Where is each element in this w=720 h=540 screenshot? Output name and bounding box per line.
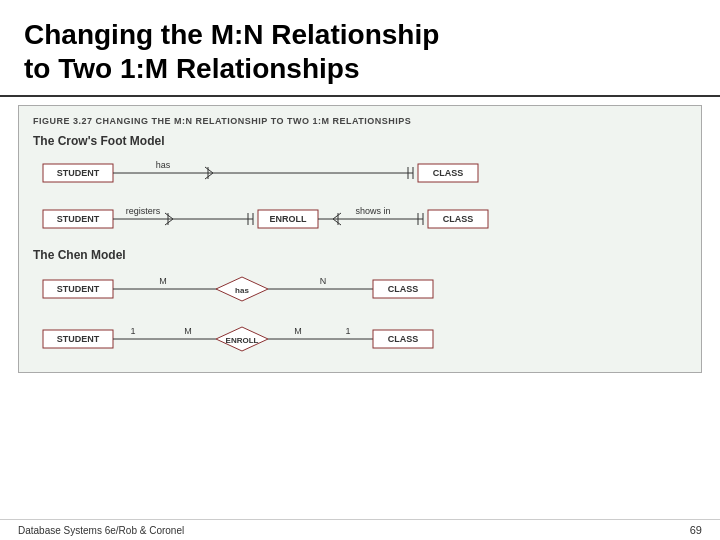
svg-text:STUDENT: STUDENT [57,214,100,224]
svg-line-25 [333,213,341,219]
svg-text:CLASS: CLASS [388,334,419,344]
svg-text:1: 1 [130,326,135,336]
cf-row1-svg: STUDENT has CLASS [33,156,653,188]
title-line1: Changing the M:N Relationship [24,18,696,52]
svg-text:CLASS: CLASS [388,284,419,294]
chen-row2-svg: STUDENT 1 M ENROLL M 1 CLASS [33,320,653,358]
chen-row1: STUDENT M has N CLASS [33,270,687,312]
svg-text:N: N [320,276,327,286]
svg-text:has: has [235,286,249,295]
svg-line-3 [205,167,213,173]
title-line2: to Two 1:M Relationships [24,52,696,86]
svg-text:ENROLL: ENROLL [270,214,308,224]
cf-row2: STUDENT registers ENROLL [33,202,687,238]
svg-text:STUDENT: STUDENT [57,168,100,178]
svg-line-26 [333,219,341,225]
chen-section: The Chen Model STUDENT M has N CLA [33,248,687,362]
footer-right: 69 [690,524,702,536]
chen-row1-svg: STUDENT M has N CLASS [33,270,653,308]
cf-row2-svg: STUDENT registers ENROLL [33,202,653,234]
svg-line-16 [165,219,173,225]
figure-area: Figure 3.27 Changing the M:N Relationshi… [18,105,702,373]
svg-text:1: 1 [345,326,350,336]
footer-left: Database Systems 6e/Rob & Coronel [18,525,184,536]
svg-text:CLASS: CLASS [433,168,464,178]
chen-row2: STUDENT 1 M ENROLL M 1 CLASS [33,320,687,362]
svg-text:STUDENT: STUDENT [57,334,100,344]
svg-text:CLASS: CLASS [443,214,474,224]
footer-bar: Database Systems 6e/Rob & Coronel 69 [0,519,720,540]
svg-text:M: M [159,276,167,286]
svg-text:has: has [156,160,171,170]
svg-text:shows in: shows in [355,206,390,216]
svg-text:registers: registers [126,206,161,216]
svg-text:ENROLL: ENROLL [226,336,259,345]
slide-title: Changing the M:N Relationship to Two 1:M… [0,0,720,97]
svg-text:M: M [184,326,192,336]
crows-foot-section: The Crow's Foot Model STUDENT has [33,134,687,238]
svg-line-4 [205,173,213,179]
crows-foot-label: The Crow's Foot Model [33,134,687,148]
cf-row1: STUDENT has CLASS [33,156,687,192]
chen-label: The Chen Model [33,248,687,262]
figure-caption: Figure 3.27 Changing the M:N Relationshi… [33,116,687,126]
svg-text:M: M [294,326,302,336]
svg-line-15 [165,213,173,219]
svg-text:STUDENT: STUDENT [57,284,100,294]
